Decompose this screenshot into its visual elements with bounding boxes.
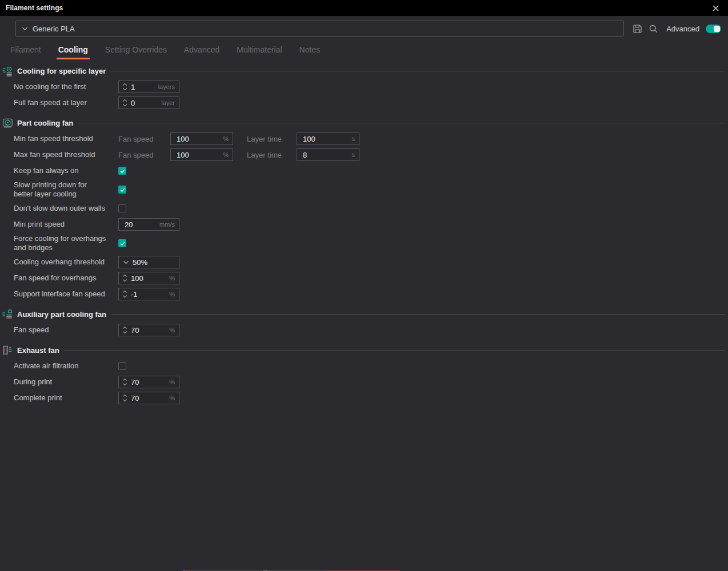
during-print-spin-buttons[interactable] — [119, 378, 131, 386]
max-fan-speed-threshold-sublabel-1: Fan speed — [118, 151, 170, 159]
tab-notes[interactable]: Notes — [298, 44, 322, 59]
min-fan-speed-threshold-label: Min fan speed threshold — [14, 134, 118, 143]
spin-up-icon[interactable] — [122, 326, 127, 329]
complete-print-spin-buttons[interactable] — [119, 394, 131, 402]
auxiliary-fan-speed-value: 70 — [131, 326, 139, 335]
activate-air-filtration-checkbox[interactable] — [118, 362, 126, 370]
section-divider — [64, 350, 725, 351]
max-fan-speed-threshold-field-2-value: 8 — [297, 151, 307, 159]
spin-down-icon[interactable] — [122, 103, 127, 107]
min-fan-speed-threshold-field-1-value: 100 — [171, 135, 189, 143]
complete-print-label: Complete print — [14, 393, 118, 403]
spin-up-icon[interactable] — [122, 378, 127, 381]
dont-slow-down-outer-walls-row: Don't slow down outer walls — [14, 202, 725, 215]
support-interface-fan-speed-spin-buttons[interactable] — [119, 290, 131, 298]
section-rows: No cooling for the first1layersFull fan … — [0, 81, 725, 109]
close-button[interactable] — [709, 1, 722, 15]
section-rows: Fan speed70% — [0, 324, 725, 336]
fan-speed-for-overhangs[interactable]: 100% — [118, 272, 179, 284]
min-print-speed-label: Min print speed — [14, 220, 118, 229]
checkmark-icon — [119, 187, 126, 193]
tab-cooling[interactable]: Cooling — [57, 44, 90, 59]
spin-down-icon[interactable] — [122, 279, 127, 282]
min-fan-speed-threshold-sublabel-2: Layer time — [247, 135, 297, 143]
spin-down-icon[interactable] — [122, 331, 127, 334]
title-bar: Filament settings — [0, 0, 728, 16]
spin-down-icon[interactable] — [122, 383, 127, 386]
min-print-speed[interactable]: 20mm/s — [118, 218, 179, 231]
force-cooling-for-overhangs-and-bridges-row: Force cooling for overhangs and bridges — [14, 234, 725, 252]
settings-content: Cooling for specific layer No cooling fo… — [0, 59, 728, 571]
auxiliary-fan-speed-spin-buttons[interactable] — [119, 326, 131, 334]
spin-down-icon[interactable] — [122, 399, 127, 402]
preset-dropdown[interactable]: Generic PLA — [15, 21, 624, 37]
min-fan-speed-threshold-field-2-value: 100 — [297, 135, 315, 143]
support-interface-fan-speed-label: Support interface fan speed — [14, 289, 118, 299]
no-cooling-for-the-first-spin-buttons[interactable] — [119, 83, 131, 91]
fan-speed-for-overhangs-spin-buttons[interactable] — [119, 274, 131, 282]
min-fan-speed-threshold-field-1[interactable]: 100% — [170, 132, 233, 145]
full-fan-speed-at-layer-value: 0 — [131, 99, 135, 107]
min-print-speed-value: 20 — [119, 220, 133, 229]
full-fan-speed-at-layer-label: Full fan speed at layer — [14, 98, 118, 107]
keep-fan-always-on-label: Keep fan always on — [14, 166, 118, 175]
advanced-toggle[interactable] — [706, 25, 721, 33]
save-preset-button[interactable] — [633, 24, 642, 34]
complete-print-row: Complete print70% — [14, 392, 725, 404]
search-button[interactable] — [649, 24, 658, 34]
tab-multimaterial[interactable]: Multimaterial — [235, 44, 283, 59]
complete-print[interactable]: 70% — [118, 392, 179, 404]
support-interface-fan-speed[interactable]: -1% — [118, 288, 179, 300]
advanced-label: Advanced — [666, 25, 699, 33]
spin-up-icon[interactable] — [122, 394, 127, 397]
max-fan-speed-threshold-field-2[interactable]: 8s — [297, 148, 359, 161]
spin-up-icon[interactable] — [122, 99, 127, 102]
cooling-overhang-threshold[interactable]: 50% — [118, 256, 179, 268]
keep-fan-always-on-checkbox[interactable] — [118, 167, 126, 175]
spin-down-icon[interactable] — [122, 87, 127, 91]
tab-setting-overrides[interactable]: Setting Overrides — [103, 44, 169, 59]
section-cooling-for-specific-layer: Cooling for specific layer — [0, 61, 725, 81]
full-fan-speed-at-layer[interactable]: 0layer — [118, 96, 179, 109]
full-fan-speed-at-layer-unit: layer — [161, 99, 179, 106]
cooling-layer-fan-icon — [2, 66, 13, 77]
max-fan-speed-threshold-field-2-unit: s — [352, 151, 359, 158]
slow-printing-down-for-better-layer-cooling-label: Slow printing down for better layer cool… — [14, 180, 118, 199]
fan-speed-for-overhangs-label: Fan speed for overhangs — [14, 274, 118, 283]
dont-slow-down-outer-walls-checkbox[interactable] — [118, 204, 126, 212]
chevron-down-icon — [22, 27, 28, 31]
checkmark-icon — [119, 240, 126, 247]
fan-speed-for-overhangs-row: Fan speed for overhangs100% — [14, 272, 725, 284]
max-fan-speed-threshold-field-1[interactable]: 100% — [170, 148, 233, 161]
dont-slow-down-outer-walls-label: Don't slow down outer walls — [14, 204, 118, 213]
force-cooling-for-overhangs-and-bridges-label: Force cooling for overhangs and bridges — [14, 234, 118, 252]
chevron-down-icon — [123, 260, 129, 264]
fan-speed-for-overhangs-value: 100 — [131, 274, 143, 283]
full-fan-speed-at-layer-row: Full fan speed at layer0layer — [14, 96, 725, 109]
spin-up-icon[interactable] — [122, 83, 127, 86]
tab-advanced[interactable]: Advanced — [182, 44, 221, 59]
keep-fan-always-on-row: Keep fan always on — [14, 164, 725, 177]
spin-up-icon[interactable] — [122, 274, 127, 278]
min-print-speed-unit: mm/s — [159, 221, 179, 228]
full-fan-speed-at-layer-spin-buttons[interactable] — [119, 99, 131, 107]
no-cooling-for-the-first-label: No cooling for the first — [14, 82, 118, 91]
min-fan-speed-threshold-field-1-unit: % — [223, 135, 233, 142]
part-cooling-fan-icon — [2, 118, 13, 128]
force-cooling-for-overhangs-and-bridges-checkbox[interactable] — [118, 239, 126, 247]
activate-air-filtration-row: Activate air filtration — [14, 360, 725, 372]
max-fan-speed-threshold-field-1-value: 100 — [171, 151, 189, 159]
min-fan-speed-threshold-field-2[interactable]: 100s — [297, 132, 359, 145]
auxiliary-fan-speed[interactable]: 70% — [118, 324, 179, 336]
min-fan-speed-threshold-field-2-unit: s — [352, 135, 359, 142]
spin-up-icon[interactable] — [122, 290, 127, 293]
no-cooling-for-the-first-row: No cooling for the first1layers — [14, 81, 725, 93]
complete-print-unit: % — [169, 395, 179, 401]
during-print[interactable]: 70% — [118, 376, 179, 388]
slow-printing-down-for-better-layer-cooling-checkbox[interactable] — [118, 186, 126, 194]
section-divider — [110, 71, 725, 71]
no-cooling-for-the-first[interactable]: 1layers — [118, 81, 179, 93]
auxiliary-fan-icon — [2, 309, 13, 320]
spin-down-icon[interactable] — [122, 295, 127, 298]
tab-filament[interactable]: Filament — [9, 44, 43, 59]
